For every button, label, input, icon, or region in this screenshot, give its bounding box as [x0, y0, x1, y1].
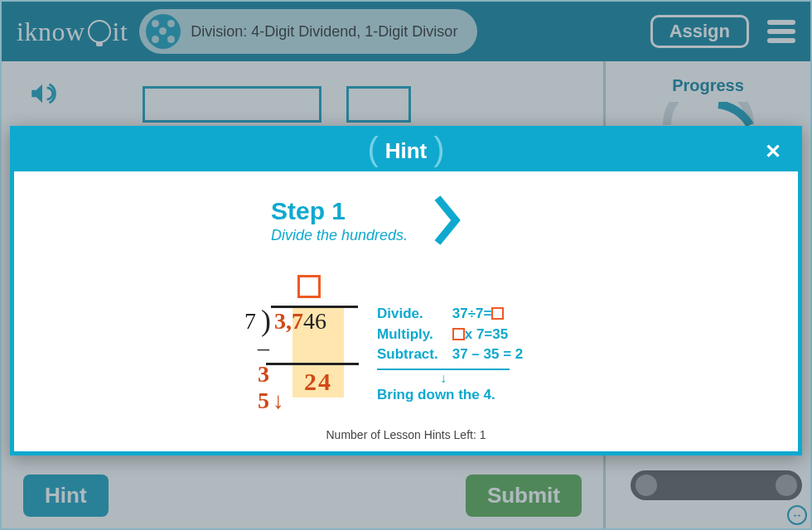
subtrahend-row: –3 5↓ — [258, 335, 288, 414]
logo-text-a: iknow — [17, 17, 85, 47]
explain-subtract: Subtract. 37 – 35 = 2 — [377, 344, 523, 365]
blank-box-icon — [452, 328, 465, 340]
paren-right-icon: ) — [427, 131, 451, 168]
paren-left-icon: ( — [360, 131, 384, 168]
progress-label: Progress — [621, 76, 795, 95]
partial-remainder: 24 — [304, 368, 332, 396]
hint-modal-body: Step 1 Divide the hundreds. 7 ) 3,746 — [14, 171, 798, 420]
hint-modal-header: ( Hint ) ✕ — [14, 130, 798, 171]
step-subtitle: Divide the hundreds. — [271, 227, 408, 244]
step-text: Step 1 Divide the hundreds. — [271, 197, 408, 244]
hint-modal: ( Hint ) ✕ Step 1 Divide the hundreds. 7 — [10, 126, 802, 455]
quotient-box — [297, 275, 321, 298]
lesson-title-pill: Division: 4-Digit Dividend, 1-Digit Divi… — [139, 9, 477, 54]
explain-multiply: Multiply. x 7=35 — [377, 325, 523, 345]
action-bar: Hint Submit — [23, 475, 582, 517]
step-title: Step 1 — [271, 197, 408, 225]
app-header: iknowit Division: 4-Digit Dividend, 1-Di… — [2, 2, 810, 61]
dividend-active: 3,7 — [274, 308, 303, 334]
assign-button[interactable]: Assign — [650, 15, 749, 48]
bulb-icon — [88, 20, 111, 43]
grade-level-icon — [146, 14, 181, 49]
resize-icon[interactable]: ↔ — [787, 505, 807, 525]
answer-input-remainder[interactable] — [346, 86, 411, 123]
answer-input-main[interactable] — [143, 86, 321, 123]
subtrahend: 3 5 — [258, 361, 273, 413]
header-right: Assign — [650, 15, 795, 48]
blank-box-icon — [491, 307, 504, 320]
explain-bringdown: Bring down the 4. — [377, 385, 523, 406]
dividend: 3,746 — [274, 308, 326, 335]
answer-boxes — [143, 86, 411, 123]
hint-modal-title: Hint — [385, 138, 428, 164]
down-arrow-icon: ↓ — [377, 372, 510, 385]
dividend-rest: 46 — [303, 308, 326, 334]
explain-divider — [377, 369, 510, 370]
lesson-title: Division: 4-Digit Dividend, 1-Digit Divi… — [191, 23, 457, 41]
divisor: 7 — [244, 308, 256, 335]
explain-divide: Divide. 37÷7= — [377, 304, 523, 325]
division-bracket-icon: ) — [261, 303, 271, 338]
bring-down-arrow-icon: ↓ — [273, 388, 288, 413]
hint-footer: Number of Lesson Hints Left: 1 — [14, 420, 798, 451]
step-header: Step 1 Divide the hundreds. — [271, 195, 462, 246]
hint-button[interactable]: Hint — [23, 475, 109, 517]
app-frame: iknowit Division: 4-Digit Dividend, 1-Di… — [0, 0, 812, 530]
menu-icon[interactable] — [767, 20, 795, 43]
logo[interactable]: iknowit — [17, 17, 128, 47]
progress-ring — [659, 102, 758, 127]
next-step-icon[interactable] — [433, 195, 462, 246]
close-icon[interactable]: ✕ — [765, 140, 781, 163]
subtraction-line — [266, 363, 359, 365]
submit-button[interactable]: Submit — [466, 475, 582, 517]
robot-mascot — [631, 470, 802, 520]
audio-icon[interactable] — [28, 80, 56, 108]
explanation: Divide. 37÷7= Multiply. x 7=35 Subtract.… — [377, 304, 523, 406]
logo-text-b: it — [113, 17, 128, 47]
